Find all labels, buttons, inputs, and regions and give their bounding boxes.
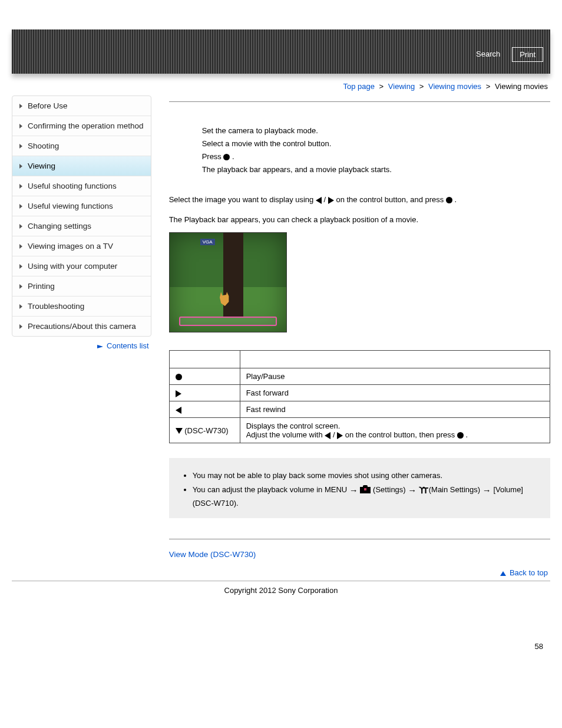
arrow-right-icon xyxy=(97,345,103,348)
arrow-right-icon: → xyxy=(408,486,416,495)
step-3: Press . xyxy=(202,150,550,163)
breadcrumb: Top page > Viewing > Viewing movies > Vi… xyxy=(0,82,548,91)
cell-text: Adjust the volume with / on the control … xyxy=(246,430,544,439)
sidebar-item-label: Viewing images on a TV xyxy=(28,242,113,251)
copyright-line: Copyright 2012 Sony Corporation xyxy=(12,581,550,595)
step-3-sub: The playback bar appears, and a movie pl… xyxy=(202,163,550,176)
steps: Set the camera to playback mode. Select … xyxy=(169,124,550,176)
paragraph-select: Select the image you want to display usi… xyxy=(169,193,550,206)
back-to-top-link[interactable]: Back to top xyxy=(510,568,548,577)
sidebar-item-label: Using with your computer xyxy=(28,262,117,271)
sidebar-item-label: Useful shooting functions xyxy=(28,182,117,190)
cell-text: Fast rewind xyxy=(246,405,286,414)
search-button[interactable]: Search xyxy=(469,47,507,62)
paragraph-playbackbar: The Playback bar appears, you can check … xyxy=(169,213,550,226)
sidebar-item-tv[interactable]: Viewing images on a TV xyxy=(12,236,151,256)
left-arrow-icon xyxy=(176,407,181,414)
table-header-row xyxy=(169,351,550,368)
controls-table: Play/Pause Fast forward Fast rewind (DSC… xyxy=(169,350,550,443)
sidebar-item-before-use[interactable]: Before Use xyxy=(12,96,151,116)
table-row: Fast forward xyxy=(169,385,550,401)
left-arrow-icon xyxy=(316,197,322,204)
sidebar-item-troubleshooting[interactable]: Troubleshooting xyxy=(12,297,151,317)
table-row: Fast rewind xyxy=(169,401,550,418)
sidebar-item-precautions[interactable]: Precautions/About this camera xyxy=(12,317,151,336)
sidebar-item-shooting[interactable]: Shooting xyxy=(12,136,151,156)
sidebar-item-changing-settings[interactable]: Changing settings xyxy=(12,216,151,236)
cell-text: Displays the control screen. xyxy=(246,421,544,430)
right-arrow-icon xyxy=(176,390,181,397)
down-arrow-icon xyxy=(176,428,183,434)
breadcrumb-group[interactable]: Viewing movies xyxy=(428,82,481,91)
breadcrumb-sep: > xyxy=(484,82,493,91)
sidebar-item-viewing[interactable]: Viewing xyxy=(12,156,151,176)
movie-thumbnail: VGA xyxy=(169,232,287,332)
sidebar-item-label: Before Use xyxy=(28,101,68,110)
sidebar-item-printing[interactable]: Printing xyxy=(12,276,151,297)
note-item: You may not be able to play back some mo… xyxy=(193,469,540,482)
contents-list-link[interactable]: Contents list xyxy=(107,341,149,350)
breadcrumb-top[interactable]: Top page xyxy=(343,82,375,91)
sidebar-item-computer[interactable]: Using with your computer xyxy=(12,256,151,276)
breadcrumb-current: Viewing movies xyxy=(495,82,548,91)
table-row: (DSC-W730) Displays the control screen. … xyxy=(169,418,550,443)
sidebar-item-label: Shooting xyxy=(28,141,59,150)
table-row: Play/Pause xyxy=(169,368,550,385)
sidebar-item-label: Confirming the operation method xyxy=(28,121,144,130)
cell-label: (DSC-W730) xyxy=(183,426,229,435)
center-button-icon xyxy=(176,374,182,380)
center-button-icon xyxy=(446,197,452,203)
step-2: Select a movie with the control button. xyxy=(202,137,550,150)
page-number: 58 xyxy=(0,595,562,651)
divider xyxy=(169,101,550,102)
sidebar-item-label: Useful viewing functions xyxy=(28,202,113,210)
center-button-icon xyxy=(457,432,464,439)
playback-bar-highlight xyxy=(179,317,277,326)
header-bar: Search Print xyxy=(12,29,550,74)
sidebar-item-label: Troubleshooting xyxy=(28,302,84,311)
main-settings-icon: ϒT xyxy=(419,486,427,495)
breadcrumb-viewing[interactable]: Viewing xyxy=(388,82,415,91)
sidebar-item-useful-shooting[interactable]: Useful shooting functions xyxy=(12,176,151,196)
notes-box: You may not be able to play back some mo… xyxy=(169,458,550,518)
right-arrow-icon xyxy=(337,432,343,439)
right-arrow-icon xyxy=(328,197,334,204)
triangle-up-icon xyxy=(500,571,506,576)
cell-text: Fast forward xyxy=(246,388,289,397)
center-button-icon xyxy=(223,154,230,160)
step-1: Set the camera to playback mode. xyxy=(202,124,550,137)
related-topic-link[interactable]: View Mode (DSC-W730) xyxy=(169,550,256,559)
sidebar-item-confirming[interactable]: Confirming the operation method xyxy=(12,116,151,136)
left-arrow-icon xyxy=(325,432,330,439)
cell-text: Play/Pause xyxy=(246,372,285,381)
sidebar-item-label: Precautions/About this camera xyxy=(28,322,136,331)
breadcrumb-sep: > xyxy=(417,82,427,91)
arrow-right-icon: → xyxy=(482,486,491,495)
sidebar-item-label: Changing settings xyxy=(28,222,91,230)
divider xyxy=(169,539,550,539)
sidebar-item-label: Printing xyxy=(28,282,55,291)
settings-icon xyxy=(360,487,371,493)
arrow-right-icon: → xyxy=(349,486,358,495)
note-item: You can adjust the playback volume in ME… xyxy=(193,483,540,510)
sidebar: Before Use Confirming the operation meth… xyxy=(12,95,151,337)
breadcrumb-sep: > xyxy=(377,82,386,91)
main-content: Set the camera to playback mode. Select … xyxy=(169,95,550,578)
print-button[interactable]: Print xyxy=(512,47,543,62)
sidebar-item-label: Viewing xyxy=(28,162,55,170)
sidebar-item-useful-viewing[interactable]: Useful viewing functions xyxy=(12,196,151,216)
